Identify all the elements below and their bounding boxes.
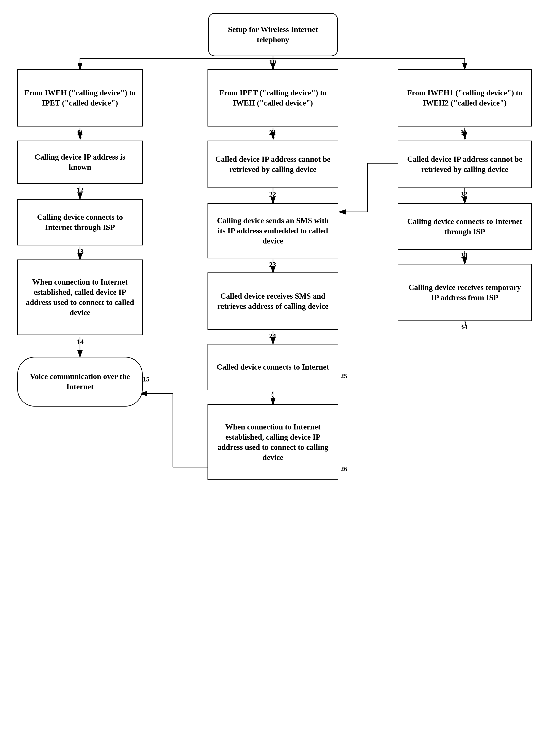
col1-box4-voice: Voice communication over the Internet [17,357,143,407]
col1-box1: Calling device IP address is known [17,141,143,184]
col1-header-box: From IWEH ("calling device") to IPET ("c… [17,69,143,127]
col2-header-box: From IPET ("calling device") to IWEH ("c… [208,69,338,127]
col1-box4-label: 15 [143,375,150,383]
col2-box2-text: Calling device sends an SMS with its IP … [214,216,332,246]
col2-header-text: From IPET ("calling device") to IWEH ("c… [214,88,332,108]
col2-box4-label: 25 [340,372,347,380]
col1-box2-text: Calling device connects to Internet thro… [23,212,137,232]
col1-box2: Calling device connects to Internet thro… [17,199,143,245]
col2-box5-text: When connection to Internet established,… [214,422,332,462]
col2-box2-label: 23 [269,261,276,269]
col1-header-label: 11 [77,129,83,137]
col1-box3-label: 14 [77,338,84,346]
col1-box3-text: When connection to Internet established,… [23,277,137,317]
col1-box2-label: 13 [77,248,84,256]
col3-header-box: From IWEH1 ("calling device") to IWEH2 (… [398,69,532,127]
col2-box3-label: 24 [269,332,276,340]
col2-header-label: 21 [269,129,276,137]
col2-box2: Calling device sends an SMS with its IP … [208,203,338,258]
col2-box5-label: 26 [340,465,347,473]
col3-box2: Calling device connects to Internet thro… [398,203,532,250]
col3-box1: Called device IP address cannot be retri… [398,141,532,188]
title-text: Setup for Wireless Internet telephony [214,24,332,45]
col1-box4-text: Voice communication over the Internet [27,372,133,392]
col2-box1-label: 22 [269,190,276,198]
col2-box4: Called device connects to Internet [208,344,338,390]
col2-box5: When connection to Internet established,… [208,404,338,480]
col2-box1: Called device IP address cannot be retri… [208,141,338,188]
col2-box4-text: Called device connects to Internet [217,362,329,372]
col3-header-label: 31 [460,129,467,137]
title-box: Setup for Wireless Internet telephony [208,13,338,56]
col3-box3-text: Calling device receives temporary IP add… [404,282,526,303]
col2-box3-text: Called device receives SMS and retrieves… [214,291,332,311]
col3-box1-text: Called device IP address cannot be retri… [404,154,526,175]
col3-box3-label: 34 [460,323,467,331]
col2-box1-text: Called device IP address cannot be retri… [214,154,332,175]
diagram-container: Setup for Wireless Internet telephony 10… [0,0,546,756]
col3-header-text: From IWEH1 ("calling device") to IWEH2 (… [404,88,526,108]
col1-box1-text: Calling device IP address is known [23,152,137,172]
col1-box3: When connection to Internet established,… [17,259,143,335]
col2-box3: Called device receives SMS and retrieves… [208,272,338,330]
title-label: 10 [269,58,276,66]
col3-box3: Calling device receives temporary IP add… [398,264,532,321]
col1-box1-label: 12 [77,186,84,194]
col3-box2-text: Calling device connects to Internet thro… [404,216,526,237]
col3-box1-label: 32 [460,190,467,198]
col1-header-text: From IWEH ("calling device") to IPET ("c… [23,88,137,108]
col3-box2-label: 33 [460,251,467,259]
